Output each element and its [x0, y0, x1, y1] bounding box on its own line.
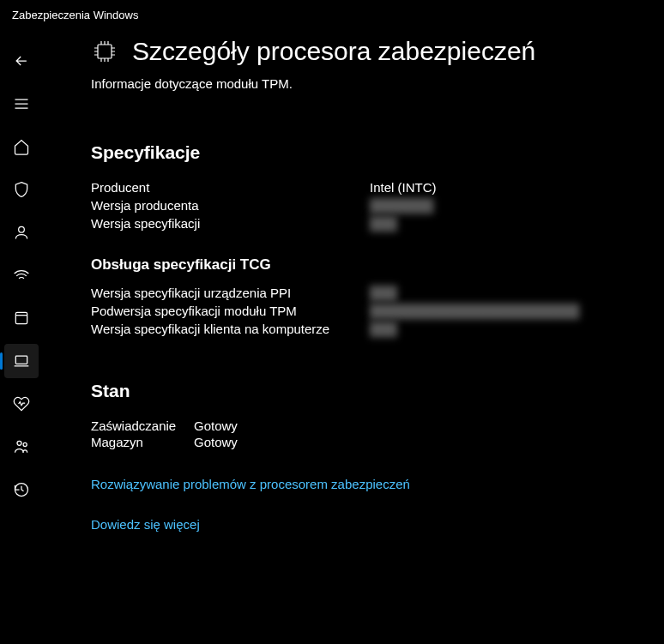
- app-icon: [13, 310, 30, 327]
- page-title: Szczegóły procesora zabezpieczeń: [132, 37, 535, 66]
- family-icon: [13, 438, 30, 455]
- spec-row: Podwersja specyfikacji modułu TPM ██████…: [91, 304, 647, 318]
- svg-rect-5: [98, 45, 112, 58]
- nav-virus-protection[interactable]: [4, 172, 39, 207]
- wifi-icon: [13, 267, 30, 284]
- manufacturer-label: Producent: [91, 180, 370, 195]
- spec-version-value: ███: [370, 216, 397, 231]
- page-subtitle: Informacje dotyczące modułu TPM.: [91, 76, 647, 91]
- ppi-label: Wersja specyfikacji urządzenia PPI: [91, 286, 370, 300]
- status-row: Zaświadczanie Gotowy: [91, 418, 647, 433]
- spec-row: Wersja producenta ███████: [91, 198, 647, 213]
- attestation-value: Gotowy: [194, 418, 238, 433]
- nav-device-security[interactable]: [4, 344, 39, 378]
- person-icon: [13, 224, 30, 241]
- svg-point-3: [17, 441, 21, 445]
- client-spec-label: Wersja specyfikacji klienta na komputerz…: [91, 322, 370, 336]
- arrow-left-icon: [13, 52, 30, 69]
- back-button[interactable]: [4, 44, 39, 78]
- nav-history[interactable]: [4, 472, 39, 507]
- menu-button[interactable]: [4, 87, 39, 121]
- shield-icon: [13, 181, 30, 198]
- spec-row: Wersja specyfikacji klienta na komputerz…: [91, 322, 647, 336]
- spec-row: Wersja specyfikacji ███: [91, 216, 647, 231]
- spec-row: Producent Intel (INTC): [91, 180, 647, 195]
- client-spec-value: ███: [370, 322, 397, 336]
- status-title: Stan: [91, 381, 647, 401]
- storage-label: Magazyn: [91, 435, 194, 449]
- nav-account-protection[interactable]: [4, 215, 39, 250]
- troubleshoot-link[interactable]: Rozwiązywanie problemów z procesorem zab…: [91, 477, 410, 491]
- nav-performance[interactable]: [4, 387, 39, 421]
- nav-firewall[interactable]: [4, 258, 39, 292]
- status-row: Magazyn Gotowy: [91, 435, 647, 449]
- spec-version-label: Wersja specyfikacji: [91, 216, 370, 231]
- mfr-version-value: ███████: [370, 198, 433, 213]
- nav-app-control[interactable]: [4, 301, 39, 335]
- home-icon: [13, 138, 30, 155]
- svg-point-0: [19, 226, 25, 232]
- svg-point-4: [23, 442, 27, 446]
- specs-title: Specyfikacje: [91, 142, 647, 163]
- tpm-subversion-value: ███████████████████████: [370, 304, 579, 318]
- hamburger-icon: [13, 95, 30, 112]
- heart-pulse-icon: [13, 395, 30, 412]
- ppi-value: ███: [370, 286, 397, 300]
- nav-home[interactable]: [4, 129, 39, 164]
- mfr-version-label: Wersja producenta: [91, 198, 370, 213]
- tcg-title: Obsługa specyfikacji TCG: [91, 256, 647, 274]
- spec-row: Wersja specyfikacji urządzenia PPI ███: [91, 286, 647, 300]
- manufacturer-value: Intel (INTC): [370, 180, 647, 195]
- attestation-label: Zaświadczanie: [91, 418, 194, 433]
- svg-rect-1: [15, 312, 27, 323]
- laptop-icon: [13, 352, 30, 370]
- sidebar: [0, 28, 43, 643]
- svg-rect-2: [15, 356, 27, 364]
- nav-family[interactable]: [4, 430, 39, 464]
- history-icon: [13, 481, 30, 498]
- window-title: Zabezpieczenia Windows: [0, 0, 664, 28]
- chip-icon: [91, 38, 118, 65]
- storage-value: Gotowy: [194, 435, 238, 449]
- learn-more-link[interactable]: Dowiedz się więcej: [91, 517, 200, 532]
- main-content: Szczegóły procesora zabezpieczeń Informa…: [43, 28, 664, 643]
- tpm-subversion-label: Podwersja specyfikacji modułu TPM: [91, 304, 370, 318]
